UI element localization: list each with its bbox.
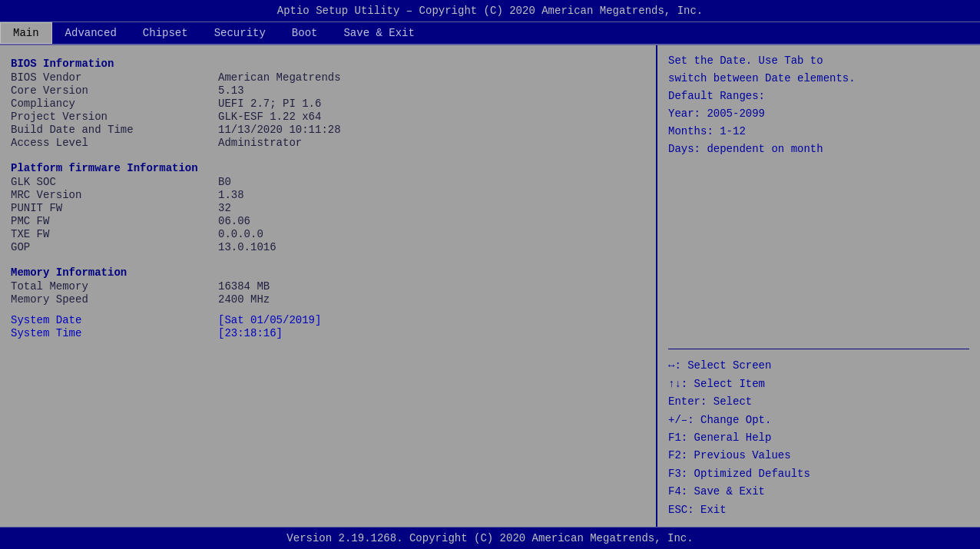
info-row: Core Version5.13 bbox=[11, 84, 645, 97]
info-value: 11/13/2020 10:11:28 bbox=[218, 124, 341, 136]
info-row: TXE FW0.0.0.0 bbox=[11, 228, 645, 240]
info-label: Memory Speed bbox=[11, 293, 218, 306]
info-label: PMC FW bbox=[11, 215, 218, 227]
nav-tab-boot[interactable]: Boot bbox=[279, 22, 331, 44]
info-value: 5.13 bbox=[218, 84, 244, 97]
info-value: GLK-ESF 1.22 x64 bbox=[218, 111, 321, 123]
key-help-line: Enter: Select bbox=[668, 393, 969, 410]
info-row: Build Date and Time11/13/2020 10:11:28 bbox=[11, 124, 645, 136]
info-row: System Time[23:18:16] bbox=[11, 327, 645, 339]
nav-tab-chipset[interactable]: Chipset bbox=[130, 22, 201, 44]
info-row: GOP13.0.1016 bbox=[11, 241, 645, 253]
info-row: BIOS VendorAmerican Megatrends bbox=[11, 71, 645, 84]
info-value: 2400 MHz bbox=[218, 293, 270, 306]
info-value: [23:18:16] bbox=[218, 327, 283, 339]
info-label: TXE FW bbox=[11, 228, 218, 240]
platform-rows: GLK SOCB0MRC Version1.38PUNIT FW32PMC FW… bbox=[11, 176, 645, 253]
info-value: B0 bbox=[218, 176, 231, 188]
info-row: PUNIT FW32 bbox=[11, 202, 645, 214]
memory-rows: Total Memory16384 MBMemory Speed2400 MHz bbox=[11, 280, 645, 306]
help-line: Default Ranges: bbox=[668, 88, 969, 104]
info-label: GOP bbox=[11, 241, 218, 253]
nav-tab-main[interactable]: Main bbox=[0, 22, 52, 44]
platform-section-title: Platform firmware Information bbox=[11, 162, 645, 174]
info-label: System Date bbox=[11, 314, 218, 326]
key-help-line: +/–: Change Opt. bbox=[668, 412, 969, 428]
info-label: Build Date and Time bbox=[11, 124, 218, 136]
title-bar: Aptio Setup Utility – Copyright (C) 2020… bbox=[0, 0, 980, 22]
info-row: CompliancyUEFI 2.7; PI 1.6 bbox=[11, 98, 645, 110]
info-row: GLK SOCB0 bbox=[11, 176, 645, 188]
nav-tab-security[interactable]: Security bbox=[201, 22, 279, 44]
bios-rows: BIOS VendorAmerican MegatrendsCore Versi… bbox=[11, 71, 645, 149]
info-label: System Time bbox=[11, 327, 218, 339]
key-help-line: ESC: Exit bbox=[668, 501, 969, 518]
info-value: 06.06 bbox=[218, 215, 250, 227]
info-label: GLK SOC bbox=[11, 176, 218, 188]
info-value: 16384 MB bbox=[218, 280, 270, 293]
info-label: BIOS Vendor bbox=[11, 71, 218, 84]
help-description: Set the Date. Use Tab toswitch between D… bbox=[668, 53, 969, 159]
info-value: 1.38 bbox=[218, 189, 244, 201]
right-panel: Set the Date. Use Tab toswitch between D… bbox=[657, 45, 980, 527]
footer: Version 2.19.1268. Copyright (C) 2020 Am… bbox=[0, 527, 980, 549]
info-label: PUNIT FW bbox=[11, 202, 218, 214]
info-value: 0.0.0.0 bbox=[218, 228, 263, 240]
help-line: Months: 1-12 bbox=[668, 124, 969, 140]
info-row: System Date[Sat 01/05/2019] bbox=[11, 314, 645, 326]
title-text: Aptio Setup Utility – Copyright (C) 2020… bbox=[277, 5, 704, 17]
footer-text: Version 2.19.1268. Copyright (C) 2020 Am… bbox=[286, 532, 693, 544]
nav-bar: MainAdvancedChipsetSecurityBootSave & Ex… bbox=[0, 22, 980, 45]
key-help-line: F1: General Help bbox=[668, 429, 969, 446]
help-line: Set the Date. Use Tab to bbox=[668, 53, 969, 69]
info-row: Project VersionGLK-ESF 1.22 x64 bbox=[11, 111, 645, 123]
info-value: 13.0.1016 bbox=[218, 241, 276, 253]
system-rows: System Date[Sat 01/05/2019]System Time[2… bbox=[11, 314, 645, 339]
info-value: Administrator bbox=[218, 137, 302, 149]
key-help-line: F3: Optimized Defaults bbox=[668, 465, 969, 482]
info-value: [Sat 01/05/2019] bbox=[218, 314, 321, 326]
info-value: American Megatrends bbox=[218, 71, 341, 84]
info-label: Access Level bbox=[11, 137, 218, 149]
key-help-line: F2: Previous Values bbox=[668, 447, 969, 464]
info-value: 32 bbox=[218, 202, 231, 214]
nav-tab-advanced[interactable]: Advanced bbox=[52, 22, 130, 44]
info-row: Memory Speed2400 MHz bbox=[11, 293, 645, 306]
left-panel: BIOS Information BIOS VendorAmerican Meg… bbox=[0, 45, 657, 527]
info-value: UEFI 2.7; PI 1.6 bbox=[218, 98, 321, 110]
info-label: Total Memory bbox=[11, 280, 218, 293]
bios-section-title: BIOS Information bbox=[11, 58, 645, 70]
key-help: ↔: Select Screen↑↓: Select ItemEnter: Se… bbox=[668, 357, 969, 519]
main-content: BIOS Information BIOS VendorAmerican Meg… bbox=[0, 45, 980, 527]
key-help-line: ↔: Select Screen bbox=[668, 357, 969, 374]
info-label: MRC Version bbox=[11, 189, 218, 201]
info-row: PMC FW06.06 bbox=[11, 215, 645, 227]
info-row: Access LevelAdministrator bbox=[11, 137, 645, 149]
info-label: Project Version bbox=[11, 111, 218, 123]
key-help-line: ↑↓: Select Item bbox=[668, 375, 969, 392]
help-line: Year: 2005-2099 bbox=[668, 106, 969, 122]
nav-tab-save-and-exit[interactable]: Save & Exit bbox=[330, 22, 427, 44]
memory-section-title: Memory Information bbox=[11, 266, 645, 279]
key-help-line: F4: Save & Exit bbox=[668, 483, 969, 500]
info-row: MRC Version1.38 bbox=[11, 189, 645, 201]
info-row: Total Memory16384 MB bbox=[11, 280, 645, 293]
divider bbox=[668, 349, 969, 349]
help-line: switch between Date elements. bbox=[668, 71, 969, 87]
help-line: Days: dependent on month bbox=[668, 141, 969, 157]
info-label: Core Version bbox=[11, 84, 218, 97]
info-label: Compliancy bbox=[11, 98, 218, 110]
